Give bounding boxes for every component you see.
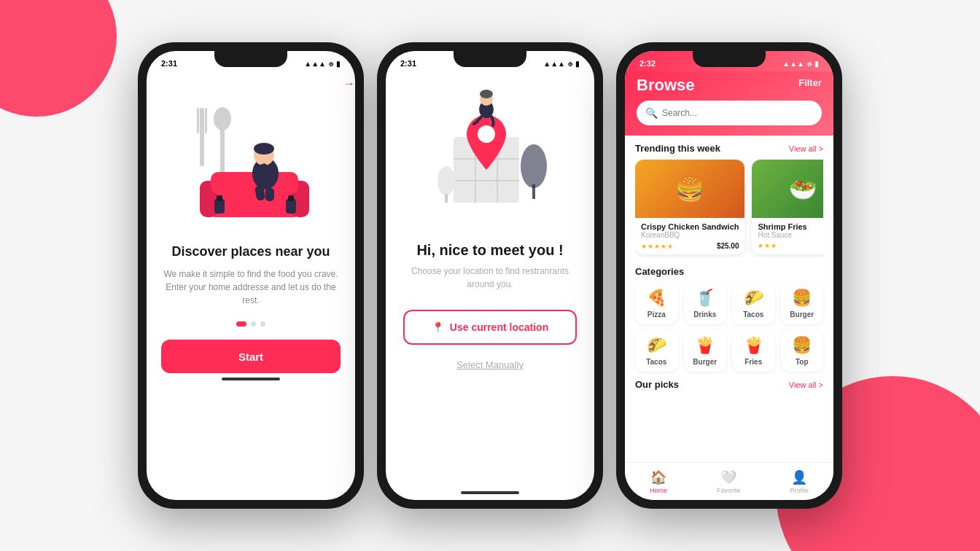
phone2-illustration: [410, 86, 570, 232]
nav-profile[interactable]: 👤 Profile: [790, 469, 809, 494]
svg-rect-14: [265, 188, 274, 201]
trend-card-2-stars: ★★★: [758, 242, 777, 249]
use-location-button[interactable]: 📍 Use current location: [403, 310, 577, 345]
trend-card-1-footer: ★★★★★ $25.00: [641, 242, 739, 250]
status-icons-2: ▲▲▲ ⌾ ▮: [543, 60, 580, 68]
start-button[interactable]: Start: [161, 340, 341, 373]
trend-card-1-body: Crispy Chicken Sandwich KoreanBBQ ★★★★★ …: [635, 218, 744, 254]
phone3-content: Browse Filter 🔍 Trending this week View …: [625, 71, 833, 500]
phone-3-screen: 2:32 ▲▲▲ ⌾ ▮ Browse Filter 🔍: [625, 51, 833, 500]
trend-card-1[interactable]: 🍔 Crispy Chicken Sandwich KoreanBBQ ★★★★…: [635, 160, 744, 254]
cat-tacos[interactable]: 🌮 Tacos: [732, 283, 775, 324]
trend-card-1-image: 🍔: [635, 160, 744, 218]
phone2-content: Hi, nice to meet you ! Choose your locat…: [386, 71, 594, 500]
phone2-subtitle: Choose your location to find restranrant…: [403, 265, 577, 291]
trend-card-2-restaurant: Hot Sauce: [758, 231, 823, 239]
home-nav-icon: 🏠: [650, 469, 666, 485]
our-picks-title: Our picks: [635, 379, 679, 390]
notch-3: [693, 51, 766, 67]
home-indicator-2: [461, 491, 519, 494]
status-icons-1: ▲▲▲ ⌾ ▮: [304, 60, 341, 68]
burger2-icon: 🍟: [695, 336, 715, 355]
trend-card-1-restaurant: KoreanBBQ: [641, 231, 739, 239]
fries-icon: 🍟: [744, 336, 763, 355]
phone1-content: →: [147, 71, 355, 500]
fries-label: Fries: [744, 358, 762, 366]
cat-pizza[interactable]: 🍕 Pizza: [635, 283, 678, 324]
tacos-label: Tacos: [743, 310, 763, 319]
pizza-icon: 🍕: [647, 289, 666, 308]
categories-grid: 🍕 Pizza 🥤 Drinks 🌮 Tacos 🍔: [635, 283, 823, 372]
dot-3: [260, 321, 265, 327]
status-icons-3: ▲▲▲ ⌾ ▮: [782, 60, 819, 68]
svg-point-25: [521, 144, 547, 188]
trend-card-1-price: $25.00: [717, 242, 739, 250]
drinks-icon: 🥤: [695, 289, 715, 308]
svg-rect-2: [205, 108, 207, 133]
browse-scroll: Trending this week View all > 🍔 Crispy C…: [625, 136, 833, 462]
trend-card-1-stars: ★★★★★: [641, 243, 674, 250]
phone-1: 2:31 ▲▲▲ ⌾ ▮ →: [138, 42, 364, 509]
phone1-title: Discover places near you: [171, 243, 330, 260]
select-manually-link[interactable]: Select Manually: [456, 359, 524, 370]
cat-fries[interactable]: 🍟 Fries: [732, 330, 775, 372]
svg-rect-17: [217, 195, 222, 201]
trend-card-2[interactable]: 🥗 Shrimp Fries Hot Sauce ★★★: [752, 160, 823, 254]
trend-card-2-image: 🥗: [752, 160, 823, 218]
svg-rect-28: [445, 194, 448, 203]
skip-arrow[interactable]: →: [343, 77, 355, 90]
time-1: 2:31: [161, 59, 177, 68]
browse-header: Browse Filter 🔍: [625, 71, 833, 136]
dot-2: [251, 321, 256, 327]
filter-button[interactable]: Filter: [798, 77, 822, 88]
dot-1: [236, 321, 246, 327]
trend-card-2-name: Shrimp Fries: [758, 222, 823, 231]
time-3: 2:32: [639, 59, 656, 68]
svg-rect-26: [532, 184, 535, 199]
search-icon: 🔍: [645, 107, 658, 119]
bottom-nav: 🏠 Home 🤍 Favorite 👤 Profile: [625, 462, 833, 500]
cat-burger[interactable]: 🍔 Burger: [781, 283, 824, 324]
svg-point-5: [214, 107, 231, 130]
phone-3: 2:32 ▲▲▲ ⌾ ▮ Browse Filter 🔍: [616, 42, 842, 509]
favorite-nav-icon: 🤍: [720, 469, 736, 485]
categories-title: Categories: [635, 266, 684, 277]
svg-point-27: [438, 166, 455, 195]
signal-icon-3: ▲▲▲: [782, 60, 804, 68]
home-nav-label: Home: [650, 487, 667, 494]
battery-icon-3: ▮: [814, 60, 819, 68]
cat-burger2[interactable]: 🍟 Burger: [684, 330, 727, 372]
burger-icon: 🍔: [792, 289, 812, 308]
phone-1-screen: 2:31 ▲▲▲ ⌾ ▮ →: [147, 51, 355, 500]
nav-favorite[interactable]: 🤍 Favorite: [717, 469, 741, 494]
phone-2: 2:31 ▲▲▲ ⌾ ▮: [377, 42, 603, 509]
notch-2: [454, 51, 526, 67]
battery-icon-2: ▮: [575, 60, 580, 68]
phone1-subtitle: We make it simple to find the food you c…: [161, 267, 341, 307]
cat-top[interactable]: 🍔 Top: [781, 330, 824, 372]
cat-tacos2[interactable]: 🌮 Tacos: [635, 330, 678, 372]
top-icon: 🍔: [792, 336, 812, 355]
burger2-label: Burger: [693, 358, 717, 366]
phones-wrapper: 2:31 ▲▲▲ ⌾ ▮ →: [0, 0, 980, 551]
trending-scroll: 🍔 Crispy Chicken Sandwich KoreanBBQ ★★★★…: [635, 160, 823, 257]
nav-home[interactable]: 🏠 Home: [650, 469, 667, 494]
wifi-icon: ⌾: [329, 60, 333, 68]
wifi-icon-2: ⌾: [568, 60, 572, 68]
svg-point-12: [254, 143, 274, 155]
profile-nav-icon: 👤: [791, 469, 807, 485]
search-input[interactable]: [662, 108, 813, 118]
trending-view-all[interactable]: View all >: [789, 144, 823, 153]
our-picks-section-header: Our picks View all >: [635, 379, 823, 390]
cat-drinks[interactable]: 🥤 Drinks: [684, 283, 727, 324]
svg-point-29: [478, 125, 495, 143]
browse-title: Browse: [637, 76, 822, 95]
notch-1: [214, 51, 287, 67]
trend-card-2-footer: ★★★: [758, 242, 823, 249]
search-bar: 🔍: [637, 101, 822, 125]
signal-icon: ▲▲▲: [304, 60, 326, 68]
phone1-illustration: [178, 86, 324, 232]
favorite-nav-label: Favorite: [717, 487, 741, 494]
location-btn-label: Use current location: [450, 321, 548, 333]
our-picks-view-all[interactable]: View all >: [789, 380, 823, 389]
